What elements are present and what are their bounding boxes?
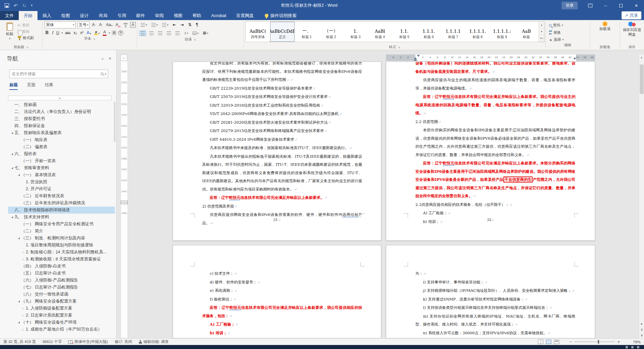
nav-close-icon[interactable]: ✕ [108, 56, 111, 61]
nav-item[interactable]: （二） 偏差表 [8, 143, 115, 150]
clipboard-dialog-launcher-icon[interactable]: ↘ [26, 45, 28, 49]
subscript-button[interactable]: x₂ [73, 30, 78, 35]
nav-search-input[interactable] [10, 72, 101, 76]
nav-item[interactable]: （二） 简介 [8, 228, 115, 235]
page-33[interactable]: c) 技术文件；d) 硬件、软件的安装督导；e) 系统调测；f) 验收测试；应答… [173, 245, 381, 338]
nav-item[interactable]: 九、 技术支持资料 [8, 214, 115, 221]
tab-stop-selector[interactable]: ∟ [120, 54, 127, 61]
style-item-标题[interactable]: AaB标题 [514, 22, 539, 42]
nav-item[interactable]: （一） 网络安全专用产品安全检测证书 [8, 221, 115, 228]
styles-dialog-launcher-icon[interactable]: ↘ [398, 45, 400, 49]
nav-chevron-down-icon[interactable]: ˅ [101, 57, 103, 61]
tab-布局[interactable]: 布局 [94, 11, 112, 20]
minimize-button[interactable]: ─ [598, 0, 613, 11]
nav-item[interactable]: （五） 日志审计-白皮书 [8, 270, 115, 277]
page-31[interactable]: 在文件出版时，所有版本均为有效。所有标准规范都会被修订，使用本技术规格书的各方应… [173, 62, 381, 241]
style-scroll-up-icon[interactable]: ▲ [539, 22, 544, 28]
redo-icon[interactable]: ↻ [22, 3, 26, 8]
first-line-indent-marker[interactable] [417, 55, 420, 57]
tab-审阅[interactable]: 审阅 [150, 11, 169, 20]
style-item-标题 6[interactable]: 1.1.1.标题 6 [416, 22, 441, 42]
expand-icon[interactable]: ▷ [21, 307, 26, 310]
save-icon[interactable] [5, 3, 9, 8]
align-right-button[interactable] [157, 30, 164, 36]
nav-item[interactable]: 二、 法定代表人（单位负责人）身份证明 [8, 108, 115, 115]
tray-icon[interactable] [637, 346, 639, 348]
sign-in-button[interactable]: 登录 [562, 2, 578, 9]
page-34[interactable]: 为：i) 支持事件审计、事件报表等功能；j) 支持根据终端分组（IP/MAC地址… [386, 245, 595, 338]
style-scroll-down-icon[interactable]: ▼ [539, 28, 544, 35]
paste-button[interactable]: 粘贴 ▾ [2, 21, 17, 44]
style-item-标题 1[interactable]: 一、标题 1 [295, 22, 319, 42]
nav-item[interactable]: （二） 近年财务状况表 [8, 193, 115, 200]
style-item-标题 5[interactable]: 1.1.标题 5 [392, 22, 417, 42]
style-item-标题 2[interactable]: （一）标题 2 [319, 22, 343, 42]
next-page-button[interactable]: ≪ [639, 333, 644, 338]
borders-button[interactable]: ⊞▾ [202, 30, 210, 36]
language-indicator[interactable]: 简体中文(中国大陆) [68, 339, 108, 344]
numbering-button[interactable]: ▾ [150, 22, 159, 28]
nav-item[interactable]: 三、 授权委托书 [8, 115, 115, 122]
tab-插入[interactable]: 插入 [37, 11, 56, 20]
find-button[interactable]: 查找▾ [549, 23, 590, 28]
change-case-button[interactable]: Aa▾ [105, 22, 113, 27]
nav-item[interactable]: （一） 开标一览表 [8, 157, 115, 164]
scrollbar-thumb[interactable] [640, 65, 644, 94]
format-painter-button[interactable]: 格式刷 [17, 35, 34, 40]
tab-设计[interactable]: 设计 [75, 11, 94, 20]
nav-item[interactable]: （三） 制造、检测时间计划及内容 [8, 235, 115, 242]
highlight-button[interactable]: ▾ [93, 31, 100, 35]
nav-item[interactable]: ▷3. 检测验收期：8 天实现全维度质量验证 [8, 256, 115, 263]
bold-button[interactable]: B [45, 30, 49, 35]
tab-绘图[interactable]: 绘图 [56, 11, 75, 20]
nav-jump-top-button[interactable]: ▲ [8, 96, 111, 100]
show-marks-button[interactable]: ¶ [194, 21, 199, 28]
character-border-button[interactable]: A [130, 22, 136, 27]
read-mode-button[interactable] [538, 340, 543, 344]
page-indicator[interactable]: 第 32 页, 共 419 页 [3, 339, 36, 344]
expand-icon[interactable]: ▷ [21, 258, 26, 261]
italic-button[interactable]: I [51, 30, 54, 35]
sort-button[interactable]: ⇅ [187, 21, 193, 28]
print-layout-button[interactable] [546, 340, 551, 344]
collapse-icon[interactable] [10, 167, 14, 169]
nav-item[interactable]: （七） 日志审计-产品检测报告 [8, 284, 115, 291]
nav-item[interactable]: （一） 响应表 [8, 136, 115, 143]
nav-item[interactable]: 七、 资格审查资料 [8, 164, 115, 171]
ribbon-display-options-button[interactable]: ⌃ [582, 0, 598, 11]
collapse-icon[interactable] [16, 174, 21, 176]
select-button[interactable]: ▲选择▾ [549, 37, 590, 42]
tab-视图[interactable]: 视图 [169, 11, 187, 20]
hanging-indent-marker[interactable] [414, 57, 417, 59]
maximize-button[interactable] [613, 0, 629, 11]
copy-button[interactable]: 复制 [17, 29, 34, 34]
zoom-percentage[interactable]: 79% [629, 340, 641, 344]
replace-button[interactable]: abac替换 [549, 30, 590, 35]
nav-item[interactable]: （三） 近年发生的诉讼及仲裁情况 [8, 200, 115, 207]
nav-item[interactable]: （六） 入侵防御-产品检测报告 [8, 277, 115, 284]
zoom-slider[interactable] [574, 342, 615, 342]
right-indent-marker[interactable] [573, 57, 576, 59]
collapse-icon[interactable] [10, 216, 14, 218]
nav-tab-页面[interactable]: 页面 [27, 82, 35, 90]
style-item-标题 7[interactable]: 1.1.1.1标题 7 [441, 22, 465, 42]
nav-search-caret-icon[interactable]: ▾ [105, 73, 106, 76]
collapse-icon[interactable] [10, 153, 14, 155]
shading-fill-button[interactable]: ▾ [191, 30, 200, 36]
track-changes-indicator[interactable]: 修订: 关闭 [114, 339, 132, 344]
nav-scrollbar-thumb[interactable] [114, 102, 115, 142]
save-to-baidu-button[interactable]: 保存到百度网盘 [620, 20, 644, 44]
cut-button[interactable]: ✂剪切 [17, 23, 34, 28]
accessibility-indicator[interactable]: 辅助功能: 调查 [139, 339, 169, 344]
tab-邮件[interactable]: 邮件 [131, 11, 150, 20]
line-spacing-button[interactable]: ↕▾ [183, 30, 189, 36]
nav-search-icon[interactable] [101, 73, 103, 75]
tell-me-box[interactable]: 操作说明搜索 [265, 11, 297, 20]
addins-button[interactable]: 加载项 [590, 20, 620, 44]
tab-Acrobat[interactable]: Acrobat [206, 11, 231, 20]
superscript-button[interactable]: x² [79, 30, 84, 35]
zoom-out-button[interactable]: − [569, 339, 572, 344]
phonetic-guide-button[interactable]: wén文 [123, 22, 129, 27]
horizontal-ruler[interactable]: 6422468101214161820222426283032343638404… [386, 54, 595, 61]
tab-帮助[interactable]: 帮助 [187, 11, 206, 20]
